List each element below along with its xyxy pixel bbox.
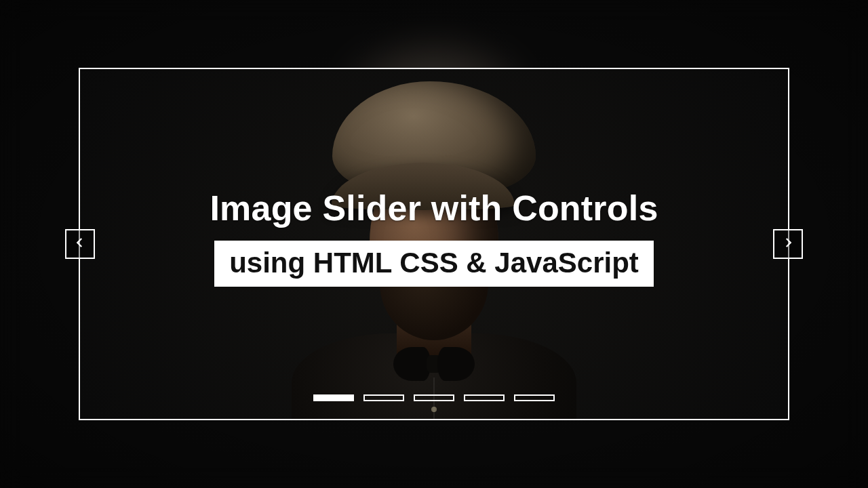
next-button[interactable] bbox=[773, 229, 803, 259]
slide-pagination bbox=[80, 394, 788, 401]
slide-caption: Image Slider with Controls using HTML CS… bbox=[80, 188, 788, 287]
pagination-dot[interactable] bbox=[313, 394, 354, 401]
chevron-left-icon bbox=[74, 237, 86, 251]
slide-subtitle: using HTML CSS & JavaScript bbox=[214, 241, 654, 287]
pagination-dot[interactable] bbox=[514, 394, 555, 401]
chevron-right-icon bbox=[782, 237, 794, 251]
prev-button[interactable] bbox=[65, 229, 95, 259]
image-slider: Image Slider with Controls using HTML CS… bbox=[79, 68, 789, 420]
portrait-button bbox=[431, 407, 437, 412]
portrait-bowtie bbox=[393, 347, 475, 381]
slide-title: Image Slider with Controls bbox=[210, 188, 658, 228]
pagination-dot[interactable] bbox=[464, 394, 505, 401]
pagination-dot[interactable] bbox=[363, 394, 404, 401]
pagination-dot[interactable] bbox=[414, 394, 454, 401]
